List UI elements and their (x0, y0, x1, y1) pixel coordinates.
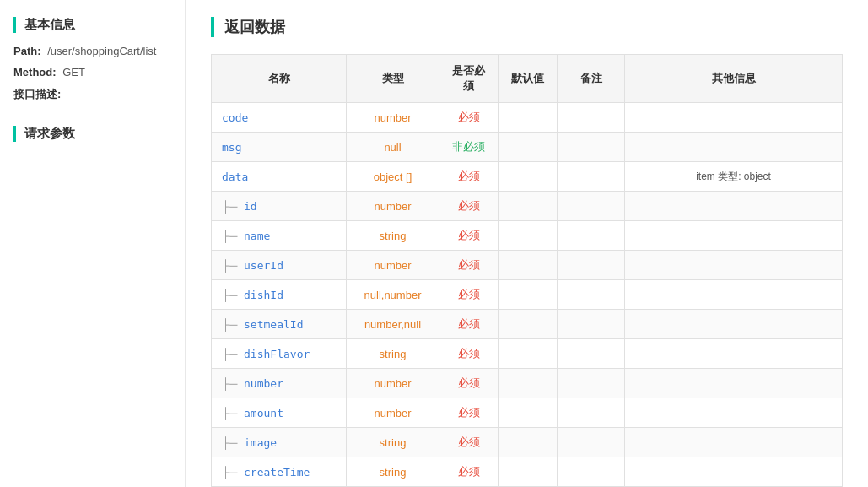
method-item: Method: GET (13, 66, 171, 78)
cell-type: string (347, 428, 439, 457)
cell-type: number (347, 398, 439, 428)
cell-other (625, 251, 843, 280)
cell-required: 必须 (439, 369, 499, 398)
cell-default (499, 103, 558, 133)
cell-default (499, 251, 558, 280)
table-row: ├─ userIdnumber必须 (212, 251, 843, 280)
cell-default (499, 428, 558, 457)
indent-icon: ├─ (222, 318, 240, 331)
field-name-value: code (222, 111, 248, 124)
table-header-row: 名称 类型 是否必须 默认值 备注 其他信息 (212, 55, 843, 103)
cell-note (558, 192, 625, 221)
cell-required: 必须 (439, 339, 499, 369)
cell-note (558, 398, 625, 428)
cell-type: string (347, 221, 439, 251)
cell-name: ├─ name (212, 221, 347, 251)
cell-name: ├─ id (212, 192, 347, 221)
desc-item: 接口描述: (13, 87, 171, 102)
indent-icon: ├─ (222, 230, 240, 242)
table-row: codenumber必须 (212, 103, 843, 133)
field-name-value: userId (244, 259, 283, 272)
cell-other (625, 310, 843, 339)
table-row: ├─ amountnumber必须 (212, 398, 843, 428)
cell-other (625, 457, 843, 487)
cell-other (625, 369, 843, 398)
cell-required: 必须 (439, 251, 499, 280)
cell-type: null (347, 133, 439, 162)
table-row: ├─ numbernumber必须 (212, 369, 843, 398)
cell-required: 必须 (439, 221, 499, 251)
cell-type: number (347, 192, 439, 221)
cell-type: number (347, 369, 439, 398)
cell-required: 必须 (439, 310, 499, 339)
table-row: ├─ setmealIdnumber,null必须 (212, 310, 843, 339)
cell-name: ├─ setmealId (212, 310, 347, 339)
cell-name: ├─ userId (212, 251, 347, 280)
col-header-required: 是否必须 (439, 55, 499, 103)
cell-required: 必须 (439, 398, 499, 428)
indent-icon: ├─ (222, 259, 240, 272)
cell-note (558, 251, 625, 280)
cell-name: ├─ number (212, 369, 347, 398)
col-header-type: 类型 (347, 55, 439, 103)
cell-default (499, 162, 558, 192)
field-name-value: data (222, 170, 248, 183)
table-row: dataobject []必须item 类型: object (212, 162, 843, 192)
cell-note (558, 280, 625, 310)
cell-note (558, 162, 625, 192)
table-row: ├─ imagestring必须 (212, 428, 843, 457)
cell-name: ├─ dishFlavor (212, 339, 347, 369)
cell-required: 必须 (439, 428, 499, 457)
cell-name: ├─ amount (212, 398, 347, 428)
cell-other (625, 398, 843, 428)
field-name-value: dishId (244, 289, 283, 301)
cell-required: 必须 (439, 162, 499, 192)
cell-default (499, 369, 558, 398)
cell-default (499, 280, 558, 310)
field-name-value: amount (244, 407, 283, 419)
cell-other (625, 192, 843, 221)
cell-note (558, 428, 625, 457)
cell-note (558, 133, 625, 162)
desc-label: 接口描述: (13, 88, 61, 100)
indent-icon: ├─ (222, 466, 240, 479)
cell-type: null,number (347, 280, 439, 310)
cell-required: 非必须 (439, 133, 499, 162)
cell-default (499, 398, 558, 428)
field-name-value: dishFlavor (244, 348, 310, 360)
cell-default (499, 192, 558, 221)
cell-note (558, 339, 625, 369)
basic-info-title: 基本信息 (13, 17, 171, 33)
cell-name: ├─ image (212, 428, 347, 457)
cell-other (625, 103, 843, 133)
field-name-value: name (244, 230, 270, 242)
indent-icon: ├─ (222, 377, 240, 390)
cell-name: msg (212, 133, 347, 162)
cell-note (558, 369, 625, 398)
cell-note (558, 103, 625, 133)
sidebar: 基本信息 Path: /user/shoppingCart/list Metho… (0, 0, 186, 487)
cell-note (558, 221, 625, 251)
cell-note (558, 310, 625, 339)
cell-other: item 类型: object (625, 162, 843, 192)
col-header-name: 名称 (212, 55, 347, 103)
cell-type: number,null (347, 310, 439, 339)
table-row: ├─ dishIdnull,number必须 (212, 280, 843, 310)
cell-required: 必须 (439, 103, 499, 133)
return-data-table: 名称 类型 是否必须 默认值 备注 其他信息 codenumber必须msgnu… (211, 54, 843, 487)
cell-type: number (347, 103, 439, 133)
cell-other (625, 339, 843, 369)
cell-type: string (347, 339, 439, 369)
cell-default (499, 221, 558, 251)
method-label: Method: (13, 66, 57, 78)
cell-default (499, 310, 558, 339)
cell-name: ├─ createTime (212, 457, 347, 487)
field-name-value: id (244, 200, 257, 213)
field-name-value: setmealId (244, 318, 303, 331)
request-params-title: 请求参数 (13, 126, 171, 142)
method-value: GET (62, 66, 85, 78)
table-row: ├─ namestring必须 (212, 221, 843, 251)
cell-default (499, 133, 558, 162)
cell-type: string (347, 457, 439, 487)
field-name-value: image (244, 436, 277, 449)
